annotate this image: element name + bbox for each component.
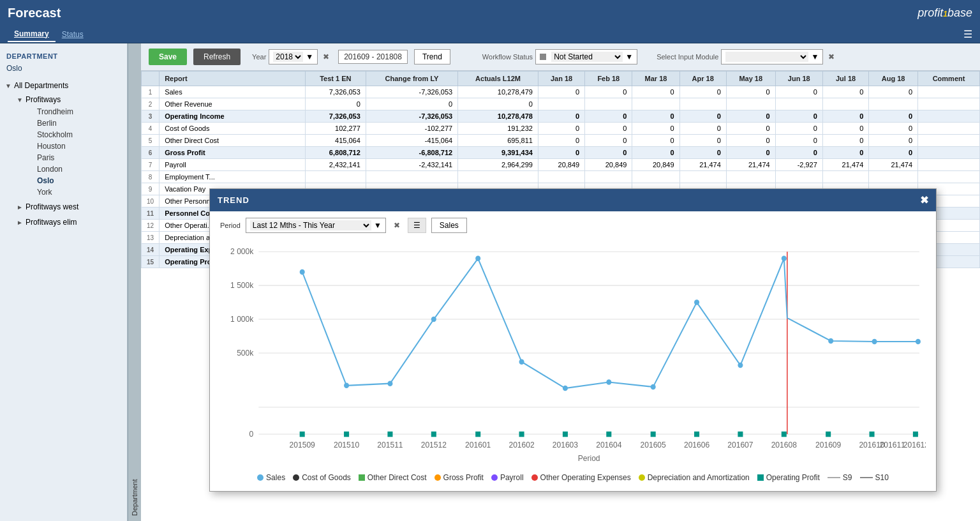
row-value: 0 xyxy=(726,123,775,135)
svg-point-26 xyxy=(916,339,921,344)
year-dropdown[interactable]: 201820172019 xyxy=(273,52,303,62)
hamburger-menu-icon[interactable]: ☰ xyxy=(963,28,972,40)
svg-text:0: 0 xyxy=(249,430,254,439)
clear-year-icon[interactable]: ✖ xyxy=(320,51,332,63)
row-value: 0 xyxy=(726,110,775,123)
row-value: -102,277 xyxy=(366,123,457,135)
row-value xyxy=(822,98,868,110)
table-row[interactable]: 5Other Direct Cost415,064-415,064695,811… xyxy=(142,135,980,147)
row-label: Cost of Goods xyxy=(160,123,306,135)
tree-profitways[interactable]: ▼ Profitways xyxy=(10,93,127,106)
row-value: 0 xyxy=(679,123,726,135)
row-value: 10,278,478 xyxy=(458,110,538,123)
save-button[interactable]: Save xyxy=(149,49,187,65)
row-value: 0 xyxy=(632,110,679,123)
svg-rect-34 xyxy=(606,432,611,437)
row-label: Other Direct Cost xyxy=(160,135,306,147)
table-row[interactable]: 1Sales7,326,053-7,326,05310,278,47900000… xyxy=(142,86,980,98)
app-header: Forecast profit1base xyxy=(0,0,980,26)
svg-point-24 xyxy=(828,338,833,344)
trend-close-button[interactable]: ✖ xyxy=(920,194,928,206)
row-value: 695,811 xyxy=(458,135,538,147)
clear-period-icon[interactable]: ✖ xyxy=(391,220,403,231)
svg-text:201601: 201601 xyxy=(465,441,491,449)
logo: profit1base xyxy=(917,6,972,20)
row-value: 0 xyxy=(775,110,822,123)
trend-button[interactable]: Trend xyxy=(414,49,450,64)
svg-rect-28 xyxy=(344,432,349,437)
trend-chart-container: 2 000k 1 500k 1 000k 500k 0 xyxy=(220,238,926,468)
row-value: 0 xyxy=(585,86,632,98)
tree-leaf-york[interactable]: York xyxy=(20,186,127,198)
row-value xyxy=(679,98,726,110)
tree-leaf-london[interactable]: London xyxy=(20,163,127,175)
row-number: 6 xyxy=(142,147,160,159)
table-row[interactable]: 8Employment T... xyxy=(142,171,980,183)
hamburger-button[interactable]: ☰ xyxy=(408,218,426,233)
dept-tab[interactable]: Department xyxy=(128,43,141,521)
tree-leaf-stockholm[interactable]: Stockholm xyxy=(20,129,127,140)
row-value: 7,326,053 xyxy=(305,86,366,98)
workflow-select[interactable]: Not Started ▼ xyxy=(535,49,637,64)
input-module-label: Select Input Module xyxy=(657,53,718,61)
svg-point-20 xyxy=(651,384,656,389)
row-number: 9 xyxy=(142,183,160,195)
row-value: 0 xyxy=(538,123,584,135)
sales-line xyxy=(302,259,918,388)
row-number: 14 xyxy=(142,244,160,256)
svg-text:201510: 201510 xyxy=(334,441,359,449)
row-value: 2,432,141 xyxy=(305,159,366,171)
table-row[interactable]: 7Payroll2,432,141-2,432,1412,964,29920,8… xyxy=(142,159,980,171)
svg-point-19 xyxy=(606,379,611,384)
row-value xyxy=(918,86,980,98)
tree-profitways-elim[interactable]: ► Profitways elim xyxy=(10,216,127,229)
row-value: 20,849 xyxy=(585,159,632,171)
row-number: 7 xyxy=(142,159,160,171)
row-value: 0 xyxy=(538,86,584,98)
tree-leaf-oslo[interactable]: Oslo xyxy=(20,175,127,186)
workflow-dropdown[interactable]: Not Started xyxy=(551,52,623,62)
trend-modal-body: Period Last 12 Mths - This Year Last 24 … xyxy=(210,211,936,491)
row-value: 0 xyxy=(726,86,775,98)
row-value: 0 xyxy=(822,110,868,123)
period-select-wrapper[interactable]: Last 12 Mths - This Year Last 24 Mths Th… xyxy=(246,218,386,233)
col-may18: May 18 xyxy=(726,72,775,86)
col-jun18: Jun 18 xyxy=(775,72,822,86)
row-value: 21,474 xyxy=(726,159,775,171)
tree-all-departments[interactable]: ▼ All Departments xyxy=(0,79,127,92)
tree-leaf-paris[interactable]: Paris xyxy=(20,152,127,163)
svg-point-18 xyxy=(563,386,568,391)
sales-button[interactable]: Sales xyxy=(431,218,467,233)
input-module-dropdown[interactable] xyxy=(725,52,808,62)
tree-leaf-houston[interactable]: Houston xyxy=(20,140,127,152)
tree-profitways-west[interactable]: ► Profitways west xyxy=(10,200,127,213)
row-value: 0 xyxy=(775,135,822,147)
svg-point-16 xyxy=(475,256,480,261)
tab-status[interactable]: Status xyxy=(56,27,90,42)
tree-leaf-trondheim[interactable]: Trondheim xyxy=(20,106,127,117)
row-value: 0 xyxy=(822,86,868,98)
tab-summary[interactable]: Summary xyxy=(8,27,56,42)
row-value xyxy=(918,159,980,171)
row-value: 0 xyxy=(679,135,726,147)
svg-point-17 xyxy=(519,359,524,365)
row-value: 0 xyxy=(869,135,918,147)
row-value: 7,326,053 xyxy=(305,110,366,123)
row-value: 0 xyxy=(726,147,775,159)
refresh-button[interactable]: Refresh xyxy=(193,49,241,65)
tree-leaf-berlin[interactable]: Berlin xyxy=(20,117,127,129)
table-row[interactable]: 6Gross Profit6,808,712-6,808,7129,391,43… xyxy=(142,147,980,159)
input-module-select[interactable]: ▼ xyxy=(721,49,823,64)
table-row[interactable]: 3Operating Income7,326,053-7,326,05310,2… xyxy=(142,110,980,123)
period-dropdown[interactable]: Last 12 Mths - This Year Last 24 Mths Th… xyxy=(250,220,371,230)
row-value: 21,474 xyxy=(679,159,726,171)
clear-input-module-icon[interactable]: ✖ xyxy=(826,51,837,63)
table-row[interactable]: 4Cost of Goods102,277-102,277191,2320000… xyxy=(142,123,980,135)
table-row[interactable]: 2Other Revenue000 xyxy=(142,98,980,110)
year-select[interactable]: 201820172019 ▼ xyxy=(269,49,318,64)
period-range: 201609 - 201808 xyxy=(338,50,408,64)
row-value: 0 xyxy=(679,147,726,159)
row-value: 0 xyxy=(679,86,726,98)
row-number: 8 xyxy=(142,171,160,183)
row-value: -7,326,053 xyxy=(366,110,457,123)
